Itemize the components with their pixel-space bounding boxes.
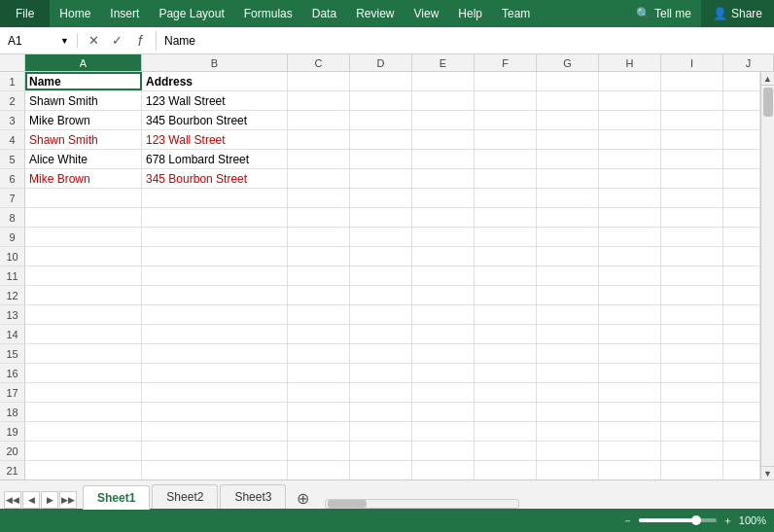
cell-G1[interactable] <box>537 72 599 90</box>
cell-A7[interactable] <box>25 189 142 207</box>
sheet-tab-3[interactable]: Sheet3 <box>220 484 286 509</box>
row-number-5[interactable]: 5 <box>0 150 25 168</box>
cell-A14[interactable] <box>25 325 142 343</box>
cell-C13[interactable] <box>288 305 350 324</box>
cell-C1[interactable] <box>288 72 350 90</box>
cell-A11[interactable] <box>25 266 142 285</box>
menu-file[interactable]: File <box>0 0 50 27</box>
cell-H18[interactable] <box>599 403 661 421</box>
cell-G15[interactable] <box>537 344 599 363</box>
cell-E11[interactable] <box>412 266 475 285</box>
row-number-16[interactable]: 16 <box>0 364 25 382</box>
cell-I12[interactable] <box>661 286 723 304</box>
cell-D1[interactable] <box>350 72 412 90</box>
sheet-nav-prev[interactable]: ◀ <box>22 491 40 509</box>
cell-I19[interactable] <box>661 422 723 441</box>
cell-D7[interactable] <box>350 189 412 207</box>
cell-A18[interactable] <box>25 403 142 421</box>
cell-H5[interactable] <box>599 150 661 168</box>
cell-F16[interactable] <box>475 364 537 382</box>
cell-A4[interactable]: Shawn Smith <box>25 130 142 149</box>
col-header-j[interactable]: J <box>723 54 774 71</box>
cell-H9[interactable] <box>599 228 661 246</box>
cell-B14[interactable] <box>142 325 288 343</box>
cell-B13[interactable] <box>142 305 288 324</box>
cell-F12[interactable] <box>475 286 537 304</box>
cell-G20[interactable] <box>537 442 599 460</box>
cell-G5[interactable] <box>537 150 599 168</box>
cell-D12[interactable] <box>350 286 412 304</box>
cell-A12[interactable] <box>25 286 142 304</box>
cell-G7[interactable] <box>537 189 599 207</box>
cell-G17[interactable] <box>537 383 599 402</box>
cell-B19[interactable] <box>142 422 288 441</box>
cell-A6[interactable]: Mike Brown <box>25 169 142 188</box>
vertical-scrollbar[interactable]: ▲ ▼ <box>760 72 774 479</box>
cell-J13[interactable] <box>723 305 760 324</box>
cell-G10[interactable] <box>537 247 599 266</box>
cell-E20[interactable] <box>412 442 475 460</box>
cell-H16[interactable] <box>599 364 661 382</box>
cell-B3[interactable]: 345 Bourbon Street <box>142 111 288 129</box>
cell-E19[interactable] <box>412 422 475 441</box>
row-number-10[interactable]: 10 <box>0 247 25 266</box>
zoom-out-icon[interactable]: － <box>622 514 633 528</box>
cell-F6[interactable] <box>475 169 537 188</box>
cell-F20[interactable] <box>475 442 537 460</box>
horizontal-scroll-thumb[interactable] <box>328 500 367 508</box>
cell-reference-box[interactable]: A1 ▼ <box>0 34 78 48</box>
sheet-tab-1[interactable]: Sheet1 <box>83 485 150 510</box>
cell-J11[interactable] <box>723 266 760 285</box>
cell-D19[interactable] <box>350 422 412 441</box>
menu-help[interactable]: Help <box>448 0 492 27</box>
cell-J20[interactable] <box>723 442 760 460</box>
col-header-d[interactable]: D <box>350 54 412 71</box>
cell-E12[interactable] <box>412 286 475 304</box>
cell-I1[interactable] <box>661 72 723 90</box>
cell-A1[interactable]: Name <box>25 72 142 90</box>
cell-E16[interactable] <box>412 364 475 382</box>
cell-G19[interactable] <box>537 422 599 441</box>
cell-D4[interactable] <box>350 130 412 149</box>
col-header-g[interactable]: G <box>537 54 599 71</box>
cell-E13[interactable] <box>412 305 475 324</box>
cell-I3[interactable] <box>661 111 723 129</box>
cell-I13[interactable] <box>661 305 723 324</box>
cell-B12[interactable] <box>142 286 288 304</box>
cell-J12[interactable] <box>723 286 760 304</box>
cell-C8[interactable] <box>288 208 350 227</box>
cell-B4[interactable]: 123 Wall Street <box>142 130 288 149</box>
cell-H8[interactable] <box>599 208 661 227</box>
cell-B16[interactable] <box>142 364 288 382</box>
cell-H1[interactable] <box>599 72 661 90</box>
cell-C6[interactable] <box>288 169 350 188</box>
cell-F18[interactable] <box>475 403 537 421</box>
cell-D5[interactable] <box>350 150 412 168</box>
row-number-21[interactable]: 21 <box>0 461 25 479</box>
row-number-14[interactable]: 14 <box>0 325 25 343</box>
row-number-12[interactable]: 12 <box>0 286 25 304</box>
cell-G21[interactable] <box>537 461 599 479</box>
cell-D10[interactable] <box>350 247 412 266</box>
cell-H6[interactable] <box>599 169 661 188</box>
cell-D9[interactable] <box>350 228 412 246</box>
zoom-slider[interactable] <box>639 518 717 522</box>
cell-J3[interactable] <box>723 111 760 129</box>
cell-E2[interactable] <box>412 91 475 110</box>
cell-G12[interactable] <box>537 286 599 304</box>
cancel-formula-icon[interactable]: ✕ <box>84 31 103 51</box>
cell-H11[interactable] <box>599 266 661 285</box>
cell-H12[interactable] <box>599 286 661 304</box>
cell-G2[interactable] <box>537 91 599 110</box>
cell-G18[interactable] <box>537 403 599 421</box>
cell-I16[interactable] <box>661 364 723 382</box>
cell-D16[interactable] <box>350 364 412 382</box>
cell-J9[interactable] <box>723 228 760 246</box>
cell-I4[interactable] <box>661 130 723 149</box>
cell-H3[interactable] <box>599 111 661 129</box>
col-header-b[interactable]: B <box>142 54 288 71</box>
cell-H20[interactable] <box>599 442 661 460</box>
col-header-i[interactable]: I <box>661 54 723 71</box>
cell-C21[interactable] <box>288 461 350 479</box>
cell-E1[interactable] <box>412 72 475 90</box>
